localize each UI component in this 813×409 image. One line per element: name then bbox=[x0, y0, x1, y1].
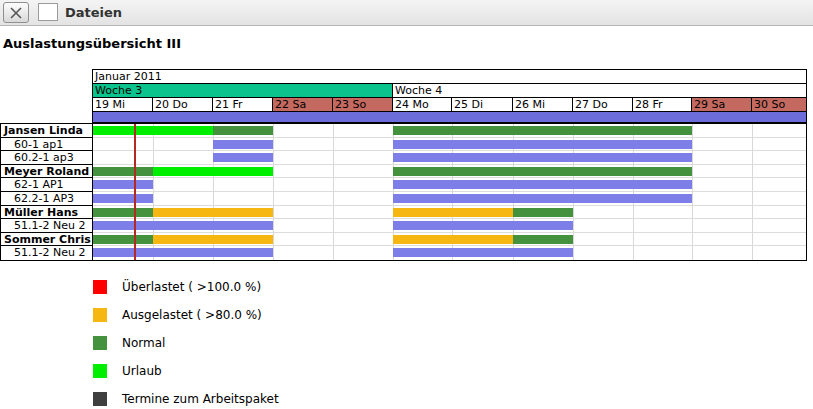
legend-swatch-urlaub bbox=[93, 364, 107, 378]
month-cell: Januar 2011 bbox=[93, 70, 806, 84]
gantt-bar-arbeitspaket[interactable] bbox=[213, 153, 273, 162]
legend-swatch-normal bbox=[93, 336, 107, 350]
legend-label: Ausgelastet ( >80.0 %) bbox=[122, 308, 262, 322]
grid-hline bbox=[93, 245, 806, 246]
day-cell: 19 Mi bbox=[93, 98, 153, 112]
legend-swatch-ausgelastet bbox=[93, 308, 107, 322]
gantt-bar-normal[interactable] bbox=[213, 126, 273, 135]
day-cell: 24 Mo bbox=[393, 98, 452, 112]
legend-label: Überlastet ( >100.0 %) bbox=[122, 280, 261, 294]
day-cell: 23 So bbox=[333, 98, 393, 112]
gantt-bar-arbeitspaket[interactable] bbox=[93, 180, 153, 189]
grid-hline bbox=[93, 177, 806, 178]
day-cell: 30 So bbox=[752, 98, 806, 112]
legend-item: Urlaub bbox=[93, 364, 493, 378]
grid-vline bbox=[333, 124, 334, 260]
grid-vline bbox=[692, 124, 693, 260]
resource-row-label[interactable]: Meyer Roland bbox=[1, 165, 93, 179]
day-cell: 21 Fr bbox=[213, 98, 273, 112]
resource-row-label[interactable]: Müller Hans bbox=[1, 206, 93, 220]
arbeitspaket-band bbox=[93, 112, 806, 122]
gantt-bar-normal[interactable] bbox=[393, 126, 692, 135]
grid-hline bbox=[93, 191, 806, 192]
workpackage-row-label[interactable]: 62.2-1 AP3 bbox=[1, 192, 93, 206]
legend-item: Termine zum Arbeitspaket bbox=[93, 392, 493, 406]
grid-hline bbox=[93, 164, 806, 165]
gantt-bar-normal[interactable] bbox=[93, 235, 153, 244]
gantt-bar-arbeitspaket[interactable] bbox=[93, 194, 153, 203]
gantt-bar-urlaub[interactable] bbox=[153, 167, 273, 176]
grid-hline bbox=[93, 137, 806, 138]
gantt-bar-arbeitspaket[interactable] bbox=[393, 221, 573, 230]
grid-hline bbox=[93, 150, 806, 151]
gantt-bar-arbeitspaket[interactable] bbox=[393, 153, 692, 162]
week-cell: Woche 3 bbox=[93, 84, 393, 98]
week-cell: Woche 4 bbox=[393, 84, 806, 98]
legend-label: Termine zum Arbeitspaket bbox=[122, 392, 279, 406]
gantt-bar-arbeitspaket[interactable] bbox=[393, 180, 692, 189]
day-cell: 25 Di bbox=[452, 98, 513, 112]
legend-label: Normal bbox=[122, 336, 165, 350]
legend-label: Urlaub bbox=[122, 364, 162, 378]
grid-hline bbox=[93, 218, 806, 219]
today-line bbox=[134, 124, 136, 260]
day-cell: 28 Fr bbox=[633, 98, 692, 112]
gantt-chart: Januar 2011Woche 3Woche 419 Mi20 Do21 Fr… bbox=[0, 0, 813, 409]
day-cell: 22 Sa bbox=[273, 98, 333, 112]
grid-hline bbox=[93, 232, 806, 233]
gantt-bar-arbeitspaket[interactable] bbox=[213, 140, 273, 149]
gantt-bar-arbeitspaket[interactable] bbox=[393, 248, 573, 257]
workpackage-row-label[interactable]: 60.2-1 ap3 bbox=[1, 151, 93, 165]
gantt-bar-arbeitspaket[interactable] bbox=[393, 194, 692, 203]
gantt-bar-normal[interactable] bbox=[393, 167, 692, 176]
day-cell: 29 Sa bbox=[692, 98, 752, 112]
day-cell: 26 Mi bbox=[513, 98, 573, 112]
legend-item: Normal bbox=[93, 336, 493, 350]
legend-item: Ausgelastet ( >80.0 %) bbox=[93, 308, 493, 322]
gantt-bar-arbeitspaket[interactable] bbox=[93, 221, 273, 230]
gantt-bar-normal[interactable] bbox=[513, 208, 573, 217]
gantt-bar-ausgelastet[interactable] bbox=[393, 208, 513, 217]
gantt-bar-ausgelastet[interactable] bbox=[393, 235, 513, 244]
gantt-body: Jansen Linda60-1 ap160.2-1 ap3Meyer Rola… bbox=[0, 123, 807, 261]
day-cell: 27 Do bbox=[573, 98, 633, 112]
gantt-bar-normal[interactable] bbox=[513, 235, 573, 244]
legend: Überlastet ( >100.0 %)Ausgelastet ( >80.… bbox=[93, 280, 493, 408]
workpackage-row-label[interactable]: 51.1-2 Neu 2 bbox=[1, 219, 93, 233]
timeline-header: Januar 2011Woche 3Woche 419 Mi20 Do21 Fr… bbox=[92, 69, 807, 123]
grid-hline bbox=[93, 205, 806, 206]
gantt-bar-ausgelastet[interactable] bbox=[153, 235, 273, 244]
workpackage-row-label[interactable]: 60-1 ap1 bbox=[1, 138, 93, 152]
grid-vline bbox=[752, 124, 753, 260]
resource-row-label[interactable]: Sommer Chris bbox=[1, 233, 93, 247]
grid-vline bbox=[273, 124, 274, 260]
gantt-bar-ausgelastet[interactable] bbox=[153, 208, 273, 217]
gantt-bar-urlaub[interactable] bbox=[93, 126, 213, 135]
gantt-bar-normal[interactable] bbox=[93, 167, 153, 176]
day-cell: 20 Do bbox=[153, 98, 213, 112]
legend-swatch-ueberlastet bbox=[93, 280, 107, 294]
gantt-bar-normal[interactable] bbox=[93, 208, 153, 217]
workpackage-row-label[interactable]: 51.1-2 Neu 2 bbox=[1, 246, 93, 260]
legend-swatch-termine bbox=[93, 392, 107, 406]
resource-row-label[interactable]: Jansen Linda bbox=[1, 124, 93, 138]
legend-item: Überlastet ( >100.0 %) bbox=[93, 280, 493, 294]
workpackage-row-label[interactable]: 62-1 AP1 bbox=[1, 178, 93, 192]
gantt-bar-arbeitspaket[interactable] bbox=[93, 248, 273, 257]
gantt-bar-arbeitspaket[interactable] bbox=[393, 140, 692, 149]
